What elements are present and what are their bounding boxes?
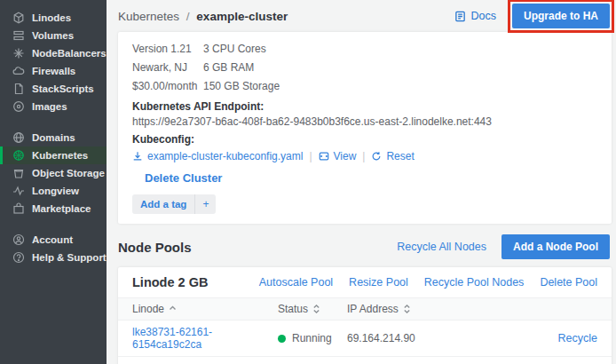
recycle-all-nodes-link[interactable]: Recycle All Nodes bbox=[397, 241, 486, 253]
add-tag-button[interactable]: Add a tag + bbox=[132, 194, 216, 214]
sidebar-group-services: Domains Kubernetes Object Storage Longvi… bbox=[0, 129, 107, 218]
longview-icon bbox=[12, 185, 25, 197]
help-icon bbox=[12, 251, 25, 264]
column-header-actions bbox=[489, 298, 612, 320]
cluster-ram: 6 GB RAM bbox=[203, 59, 254, 77]
node-row: lke38731-62161-6154ca19c2ca Running 69.1… bbox=[118, 320, 612, 357]
add-tag-label: Add a tag bbox=[132, 195, 194, 213]
view-icon bbox=[319, 151, 329, 162]
sort-both-icon bbox=[312, 305, 320, 313]
topbar-actions: Docs Upgrade to HA bbox=[454, 4, 612, 28]
sidebar-item-stackscripts[interactable]: StackScripts bbox=[0, 80, 107, 98]
domains-icon bbox=[12, 131, 25, 144]
breadcrumb: Kubernetes / example-cluster bbox=[118, 10, 288, 23]
status-running-dot bbox=[278, 335, 286, 343]
cluster-cpu: 3 CPU Cores bbox=[203, 40, 266, 59]
node-pools-actions: Recycle All Nodes Add a Node Pool bbox=[397, 234, 610, 259]
plus-icon: + bbox=[194, 194, 216, 214]
sidebar-item-kubernetes[interactable]: Kubernetes bbox=[0, 146, 107, 164]
column-label: IP Address bbox=[347, 303, 399, 315]
pool-card-header: Linode 2 GB Autoscale Pool Resize Pool R… bbox=[118, 267, 612, 297]
column-label: Status bbox=[278, 303, 308, 315]
cluster-price: $30.00/month bbox=[132, 77, 203, 96]
linodes-icon bbox=[12, 12, 25, 24]
node-row: lke38731-62161-6154ca19e885 Running 45.7… bbox=[118, 357, 612, 364]
docs-link[interactable]: Docs bbox=[454, 10, 496, 22]
sidebar-item-label: Images bbox=[32, 101, 67, 112]
sidebar-item-marketplace[interactable]: Marketplace bbox=[0, 200, 107, 218]
node-ip: 69.164.214.90 bbox=[347, 320, 489, 357]
spec-row: Newark, NJ 6 GB RAM bbox=[132, 59, 597, 77]
table-header-row: Linode Status bbox=[118, 298, 612, 320]
sidebar-item-label: Longview bbox=[32, 186, 79, 196]
upgrade-to-ha-button[interactable]: Upgrade to HA bbox=[512, 4, 610, 28]
node-pools-header: Node Pools Recycle All Nodes Add a Node … bbox=[118, 234, 612, 259]
spec-row: $30.00/month 150 GB Storage bbox=[132, 77, 597, 96]
images-icon bbox=[12, 100, 25, 113]
api-endpoint-url: https://9e2a7307-b6ac-408f-ba62-9483b0b3… bbox=[132, 115, 597, 129]
node-name-link[interactable]: lke38731-62161-6154ca19c2ca bbox=[132, 326, 212, 351]
add-node-pool-button[interactable]: Add a Node Pool bbox=[501, 234, 610, 259]
breadcrumb-separator: / bbox=[186, 10, 190, 23]
recycle-pool-nodes-link[interactable]: Recycle Pool Nodes bbox=[424, 276, 525, 289]
view-label: View bbox=[334, 149, 357, 163]
recycle-node-link[interactable]: Recycle bbox=[558, 332, 597, 344]
node-ip: 45.79.191.250 bbox=[347, 357, 489, 364]
column-header-ip-address[interactable]: IP Address bbox=[347, 298, 489, 320]
delete-pool-link[interactable]: Delete Pool bbox=[540, 276, 597, 289]
sidebar-item-label: NodeBalancers bbox=[32, 48, 107, 59]
breadcrumb-kubernetes-link[interactable]: Kubernetes bbox=[118, 10, 179, 23]
delete-cluster-button[interactable]: Delete Cluster bbox=[145, 171, 222, 185]
api-endpoint-label: Kubernetes API Endpoint: bbox=[132, 100, 597, 114]
pool-name: Linode 2 GB bbox=[132, 275, 208, 289]
breadcrumb-current-cluster: example-cluster bbox=[196, 10, 288, 23]
sidebar-item-volumes[interactable]: Volumes bbox=[0, 27, 107, 44]
cluster-storage: 150 GB Storage bbox=[203, 77, 280, 96]
column-header-linode[interactable]: Linode bbox=[118, 298, 278, 320]
nodes-table: Linode Status bbox=[118, 297, 612, 364]
sidebar-item-nodebalancers[interactable]: NodeBalancers bbox=[0, 44, 107, 62]
kubeconfig-reset-link[interactable]: Reset bbox=[371, 149, 414, 163]
sidebar-item-label: Help & Support bbox=[32, 252, 107, 263]
spec-row: Version 1.21 3 CPU Cores bbox=[132, 40, 597, 59]
marketplace-icon bbox=[12, 202, 25, 215]
reset-icon bbox=[371, 151, 382, 162]
sidebar-item-object-storage[interactable]: Object Storage bbox=[0, 164, 107, 182]
topbar: Kubernetes / example-cluster Docs Upgrad… bbox=[118, 0, 612, 32]
kubeconfig-actions: example-cluster-kubeconfig.yaml | View |… bbox=[132, 149, 597, 163]
sidebar-item-domains[interactable]: Domains bbox=[0, 129, 107, 146]
kubeconfig-view-link[interactable]: View bbox=[319, 149, 357, 163]
cluster-version: Version 1.21 bbox=[132, 40, 203, 59]
sidebar-item-label: Volumes bbox=[32, 30, 74, 41]
sort-both-icon bbox=[403, 305, 411, 313]
docs-label: Docs bbox=[471, 10, 496, 22]
kubeconfig-label: Kubeconfig: bbox=[132, 133, 597, 146]
sidebar-item-help-support[interactable]: Help & Support bbox=[0, 249, 107, 266]
sidebar-item-longview[interactable]: Longview bbox=[0, 182, 107, 200]
resize-pool-link[interactable]: Resize Pool bbox=[349, 276, 408, 289]
column-header-status[interactable]: Status bbox=[278, 298, 347, 320]
sidebar: Linodes Volumes NodeBalancers Firewalls … bbox=[0, 0, 107, 364]
kubeconfig-download-link[interactable]: example-cluster-kubeconfig.yaml bbox=[132, 149, 303, 163]
sidebar-item-account[interactable]: Account bbox=[0, 231, 107, 249]
sidebar-item-label: Account bbox=[32, 234, 73, 245]
sidebar-item-label: StackScripts bbox=[32, 83, 94, 94]
upgrade-button-wrapper: Upgrade to HA bbox=[512, 4, 610, 28]
status-text: Running bbox=[292, 332, 332, 344]
download-icon bbox=[132, 151, 143, 162]
autoscale-pool-link[interactable]: Autoscale Pool bbox=[259, 276, 333, 289]
sidebar-item-label: Firewalls bbox=[32, 66, 75, 76]
separator: | bbox=[362, 149, 365, 163]
cluster-region: Newark, NJ bbox=[132, 59, 203, 77]
sidebar-item-label: Linodes bbox=[32, 12, 71, 23]
sidebar-group-compute: Linodes Volumes NodeBalancers Firewalls … bbox=[0, 9, 107, 115]
sidebar-item-label: Marketplace bbox=[32, 203, 91, 214]
kubernetes-icon bbox=[12, 149, 25, 162]
object-storage-icon bbox=[12, 167, 25, 179]
sidebar-item-linodes[interactable]: Linodes bbox=[0, 9, 107, 27]
sidebar-item-images[interactable]: Images bbox=[0, 98, 107, 115]
docs-icon bbox=[454, 11, 466, 22]
node-pools-title: Node Pools bbox=[118, 240, 192, 255]
sidebar-item-label: Object Storage bbox=[32, 168, 105, 178]
sidebar-item-firewalls[interactable]: Firewalls bbox=[0, 62, 107, 80]
